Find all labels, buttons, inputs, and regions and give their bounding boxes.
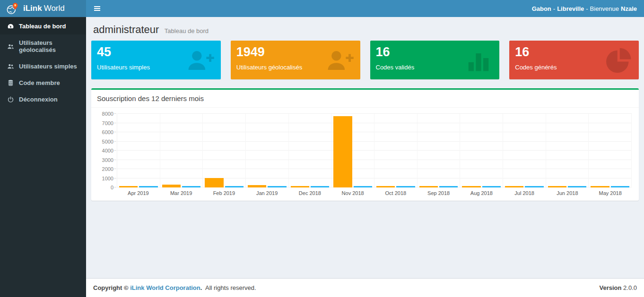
rights-text: All rights reserved. (205, 284, 256, 291)
greeting-separator: - (586, 5, 588, 12)
bar-series-cyan-6[interactable] (396, 186, 415, 187)
bar-series-orange-7[interactable] (419, 186, 438, 187)
bar-series-orange-10[interactable] (548, 186, 566, 187)
bar-series-cyan-4[interactable] (311, 186, 329, 187)
sidebar-item-utilisateurs-geolocalises[interactable]: Utilisateurs géolocalisés (0, 34, 86, 58)
bar-series-orange-2[interactable] (205, 178, 223, 187)
x-axis-label: Jun 2018 (546, 190, 589, 196)
stat-card-utilisateurs-simples: 45Utilisateurs simples (91, 41, 221, 79)
users-icon (7, 63, 14, 70)
user-greeting: Gabon-Libreville-BienvenueNzale (532, 5, 644, 12)
users-icon (7, 43, 14, 50)
y-tick-mark (114, 113, 116, 114)
sidebar-item-label: Tableau de bord (19, 23, 66, 30)
bar-series-cyan-2[interactable] (225, 186, 244, 187)
bar-series-cyan-5[interactable] (354, 186, 372, 187)
x-axis-label: Dec 2018 (288, 190, 331, 196)
y-axis-label: 3000 (95, 157, 113, 163)
bar-series-cyan-9[interactable] (525, 186, 543, 187)
y-tick-mark (114, 141, 116, 142)
bar-series-orange-5[interactable] (333, 116, 352, 187)
sidebar-item-tableau-de-bord[interactable]: Tableau de bord (0, 18, 86, 34)
greeting-city: Libreville (557, 5, 584, 12)
y-axis-label: 6000 (95, 129, 113, 135)
chart-category-4 (289, 114, 332, 187)
content-header: administrateur Tableau de bord (86, 17, 644, 41)
x-axis-label: Mar 2019 (160, 190, 203, 196)
chart-category-10 (546, 114, 589, 187)
copyright-prefix: Copyright © (93, 284, 129, 291)
y-tick-mark (114, 123, 116, 123)
page-footer: Copyright © iLink World Corporation. All… (86, 278, 644, 297)
chart-category-11 (589, 114, 632, 187)
tachometer-icon (7, 23, 14, 30)
bar-series-orange-4[interactable] (291, 186, 309, 187)
version-value: 2.0.0 (623, 284, 637, 291)
chart-cells (117, 114, 632, 187)
greeting-word: Bienvenue (590, 5, 619, 12)
chart-category-1 (160, 114, 203, 187)
chart-category-6 (374, 114, 418, 187)
bar-series-orange-1[interactable] (162, 185, 181, 187)
chart-category-7 (418, 114, 461, 187)
brand-name-regular: World (44, 4, 65, 13)
bar-series-cyan-8[interactable] (482, 186, 501, 187)
user-plus-icon (325, 46, 354, 75)
bar-series-cyan-0[interactable] (139, 186, 157, 187)
bar-series-orange-6[interactable] (376, 186, 395, 187)
bar-series-orange-9[interactable] (505, 186, 523, 187)
bar-series-cyan-7[interactable] (439, 186, 458, 187)
bar-series-orange-3[interactable] (248, 185, 266, 187)
x-axis-label: Aug 2018 (460, 190, 503, 196)
sidebar-item-code-membre[interactable]: Code membre (0, 75, 86, 91)
page-title: administrateur (93, 24, 159, 35)
y-tick-mark (114, 169, 116, 169)
stat-card-utilisateurs-geolocalises: 1949Utilisateurs géolocalisés (231, 41, 360, 79)
bar-series-orange-11[interactable] (591, 186, 609, 187)
bar-series-cyan-1[interactable] (182, 186, 200, 187)
svg-text:$: $ (15, 3, 16, 6)
navbar: Gabon-Libreville-BienvenueNzale (86, 0, 644, 17)
bar-series-orange-8[interactable] (462, 186, 480, 187)
sidebar-item-utilisateurs-simples[interactable]: Utilisateurs simples (0, 58, 86, 75)
greeting-username: Nzale (621, 5, 637, 12)
x-axis-label: May 2018 (589, 190, 632, 196)
main-content: administrateur Tableau de bord 45Utilisa… (86, 17, 644, 297)
bar-series-cyan-3[interactable] (268, 186, 286, 187)
chart-category-5 (331, 114, 374, 187)
sidebar-item-label: Utilisateurs géolocalisés (19, 39, 79, 53)
company-link[interactable]: iLink World Corporation (130, 284, 200, 291)
x-axis-label: Nov 2018 (331, 190, 374, 196)
chart-category-3 (246, 114, 289, 187)
brand-name-bold: iLink (23, 4, 42, 13)
sidebar-item-deconnexion[interactable]: Déconnexion (0, 91, 86, 108)
y-axis-label: 4000 (95, 148, 113, 153)
bar-series-orange-0[interactable] (119, 186, 138, 187)
pie-chart-icon (604, 46, 632, 75)
version-label: Version (599, 284, 621, 291)
stat-cards-row: 45Utilisateurs simples1949Utilisateurs g… (86, 41, 644, 79)
database-icon (7, 79, 14, 86)
y-axis-label: 0 (95, 185, 113, 190)
copyright-text: Copyright © iLink World Corporation. All… (93, 284, 256, 291)
y-tick-mark (114, 150, 116, 151)
globe-pin-logo-icon: $ (6, 2, 19, 15)
bar-series-cyan-10[interactable] (568, 186, 586, 187)
sidebar-toggle-button[interactable] (86, 0, 108, 17)
subscription-chart-panel: Souscription des 12 derniers mois 010002… (91, 88, 639, 201)
sidebar-nav: Tableau de bordUtilisateurs géolocalisés… (0, 17, 86, 297)
x-axis-label: Apr 2019 (117, 190, 160, 196)
y-tick-mark (114, 178, 116, 178)
stat-card-codes-generes: 16Codes générés (509, 41, 639, 79)
chart-category-2 (203, 114, 246, 187)
brand-logo[interactable]: $ iLinkWorld (0, 0, 86, 17)
y-tick-mark (114, 132, 116, 132)
bar-chart-icon (464, 46, 493, 75)
version-text: Version 2.0.0 (599, 284, 637, 291)
chart-panel-title: Souscription des 12 derniers mois (91, 90, 639, 108)
content-spacer (86, 201, 644, 278)
chart-x-axis: Apr 2019Mar 2019Feb 2019Jan 2019Dec 2018… (117, 187, 632, 196)
chart-panel-body: 010002000300040005000600070008000 Apr 20… (91, 108, 639, 201)
bar-series-cyan-11[interactable] (611, 186, 629, 187)
y-tick-mark (114, 160, 116, 160)
